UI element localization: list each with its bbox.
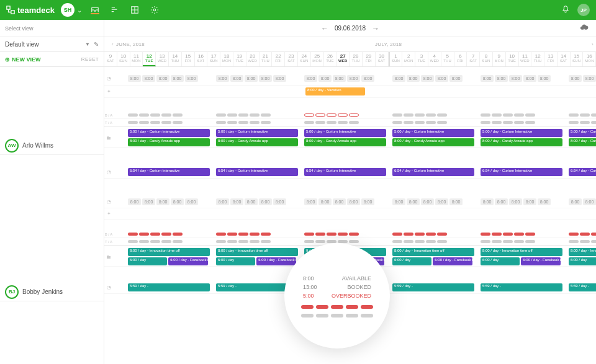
booking-block[interactable]: 6:00 / day	[481, 257, 520, 265]
booking-block[interactable]: 5:00 / day - Curium Interactive	[392, 129, 474, 137]
booking-block[interactable]: 8:00 / day - Innovation time off	[128, 248, 210, 256]
booking-block[interactable]: 6:54 / day - Curium Interactive	[128, 168, 210, 176]
day-cell[interactable]: 22FRI	[272, 52, 285, 66]
day-cell[interactable]: 27WED	[336, 52, 350, 66]
booking-block[interactable]: 8:00 / day - Candy Arcade app	[128, 138, 210, 146]
booking-block[interactable]: 8:00 / day - Candy Arcade app	[392, 138, 474, 146]
booking-block[interactable]: 6:00 / day - Facebook bot	[521, 257, 560, 265]
booking-block[interactable]: 5:59 / day -	[569, 283, 596, 291]
day-cell[interactable]: 7SAT	[467, 52, 480, 66]
day-cell[interactable]: 30SAT	[376, 52, 389, 66]
booking-block[interactable]: 6:00 / day	[392, 257, 431, 265]
day-cell[interactable]: 9SAT	[104, 52, 117, 66]
booking-block[interactable]: 5:59 / day -	[481, 283, 562, 291]
booking-block[interactable]: 5:59 / day -	[128, 283, 210, 291]
booking-block[interactable]: 8:00 / day - Innovation time off	[481, 248, 562, 256]
booking-block[interactable]: 6:54 / day - Curium Interactive	[304, 168, 386, 176]
reset-button[interactable]: RESET	[81, 56, 99, 62]
booking-block[interactable]: 6:00 / day	[569, 257, 596, 265]
booking-block[interactable]: 5:00 / day - Curium Interactive	[304, 129, 386, 137]
scroll-right-icon[interactable]: ›	[589, 42, 596, 47]
day-cell[interactable]: 20WED	[246, 52, 260, 66]
day-cell[interactable]: 25MON	[311, 52, 324, 66]
day-cell[interactable]: 14THU	[169, 52, 182, 66]
day-cell[interactable]: 12THU	[531, 52, 544, 66]
gear-icon[interactable]	[150, 6, 159, 14]
day-cell[interactable]: 17SUN	[207, 52, 220, 66]
day-cell[interactable]: 1SUN	[389, 52, 403, 66]
pencil-icon[interactable]: ✎	[94, 41, 99, 48]
day-cell[interactable]: 19TUE	[233, 52, 246, 66]
view-select[interactable]: Default view	[5, 41, 85, 48]
prev-arrow-icon[interactable]: ←	[321, 24, 328, 33]
booking-block[interactable]: 8:00 / day - Candy Arcade app	[304, 138, 386, 146]
booking-block[interactable]: 8:00 / day - Innovation time off	[216, 248, 298, 256]
new-view-button[interactable]: ⊕NEW VIEW	[5, 56, 41, 63]
booking-block[interactable]: 8:00 / day - Candy Arcade app	[216, 138, 298, 146]
user-avatar[interactable]: JP	[577, 4, 590, 16]
current-date[interactable]: 09.06.2018	[335, 25, 366, 32]
next-arrow-icon[interactable]: →	[372, 24, 379, 33]
booking-vacation[interactable]: 8:00 / day - Vacation	[305, 87, 365, 95]
day-cell[interactable]: 15FRI	[182, 52, 195, 66]
day-cell[interactable]: 26TUE	[324, 52, 337, 66]
gantt-icon[interactable]	[111, 6, 119, 14]
booking-block[interactable]: 6:00 / day - Facebook bot	[433, 257, 472, 265]
day-cell[interactable]: 21THU	[260, 52, 273, 66]
booking-block[interactable]: 8:00 / day - Candy Arcade app	[481, 138, 562, 146]
day-cell[interactable]: 29FRI	[363, 52, 376, 66]
booking-block[interactable]: 5:00 / day - Curium Interactive	[481, 129, 562, 137]
day-cell[interactable]: 18MON	[220, 52, 233, 66]
day-cell[interactable]: 10SUN	[117, 52, 130, 66]
booking-block[interactable]: 5:00 / day - Curium Interactive	[128, 129, 210, 137]
day-cell[interactable]: 3TUE	[415, 52, 428, 66]
day-cell[interactable]: 23SAT	[285, 52, 298, 66]
person-row-bobby[interactable]: BJ Bobby Jenkins	[0, 283, 104, 301]
app-logo[interactable]: teamdeck	[6, 6, 55, 15]
day-cell[interactable]: 8SUN	[480, 52, 493, 66]
day-cell[interactable]: 10TUE	[506, 52, 519, 66]
booking-block[interactable]: 5:59 / day -	[392, 283, 474, 291]
workspace-avatar[interactable]: SH	[61, 3, 74, 17]
grid-icon[interactable]	[130, 6, 139, 14]
day-cell[interactable]: 13FRI	[544, 52, 558, 66]
booking-block[interactable]: 6:54 / day - Curium Interactive	[216, 168, 298, 176]
day-cell[interactable]: 6FRI	[454, 52, 467, 66]
day-cell[interactable]: 28THU	[350, 52, 363, 66]
day-cell[interactable]: 12TUE	[143, 52, 156, 66]
day-cell[interactable]: 14SAT	[558, 52, 571, 66]
pill	[415, 233, 425, 236]
day-cell[interactable]: 11MON	[130, 52, 143, 66]
day-cell[interactable]: 9MON	[493, 52, 506, 66]
person-row-arlo[interactable]: AW Arlo Willms	[0, 136, 104, 155]
booking-block[interactable]: 8:00 / day - Inno	[569, 248, 596, 256]
booking-block[interactable]: 6:54 / day - Curium Interactive	[481, 168, 562, 176]
booking-block[interactable]: 8:00 / day - Innovation time off	[392, 248, 474, 256]
booking-block[interactable]: 6:00 / day - Facebook bot	[256, 257, 296, 265]
day-cell[interactable]: 13WED	[156, 52, 169, 66]
booking-block[interactable]: 6:54 / day - Curium Interactive	[569, 168, 596, 176]
chevron-down-icon[interactable]: ⌄	[77, 7, 82, 14]
day-cell[interactable]: 15SUN	[571, 52, 584, 66]
day-cell[interactable]: 4WED	[428, 52, 441, 66]
booking-block[interactable]: 6:00 / day	[128, 257, 167, 265]
bell-icon[interactable]	[561, 5, 570, 15]
cloud-download-icon[interactable]	[580, 24, 589, 33]
scroll-left-icon[interactable]: ‹	[109, 42, 116, 47]
booking-block[interactable]: 6:00 / day	[216, 257, 255, 265]
day-cell[interactable]: 16MON	[583, 52, 596, 66]
day-cell[interactable]: 16SAT	[195, 52, 208, 66]
hours-chip: 8:00	[538, 198, 551, 205]
dropdown-icon[interactable]: ▼	[85, 42, 90, 47]
booking-block[interactable]: 5:00 / day - Curium Interactive	[569, 129, 596, 137]
day-cell[interactable]: 2MON	[402, 52, 415, 66]
day-cell[interactable]: 11WED	[519, 52, 532, 66]
inbox-icon[interactable]	[91, 6, 99, 14]
booking-block[interactable]: 8:00 / day - Can	[569, 138, 596, 146]
booking-block[interactable]: 5:00 / day - Curium Interactive	[216, 129, 298, 137]
pill-cluster	[569, 113, 596, 117]
booking-block[interactable]: 6:00 / day - Facebook bot	[168, 257, 207, 265]
day-cell[interactable]: 24SUN	[298, 52, 311, 66]
day-cell[interactable]: 5THU	[441, 52, 454, 66]
booking-block[interactable]: 6:54 / day - Curium Interactive	[392, 168, 474, 176]
